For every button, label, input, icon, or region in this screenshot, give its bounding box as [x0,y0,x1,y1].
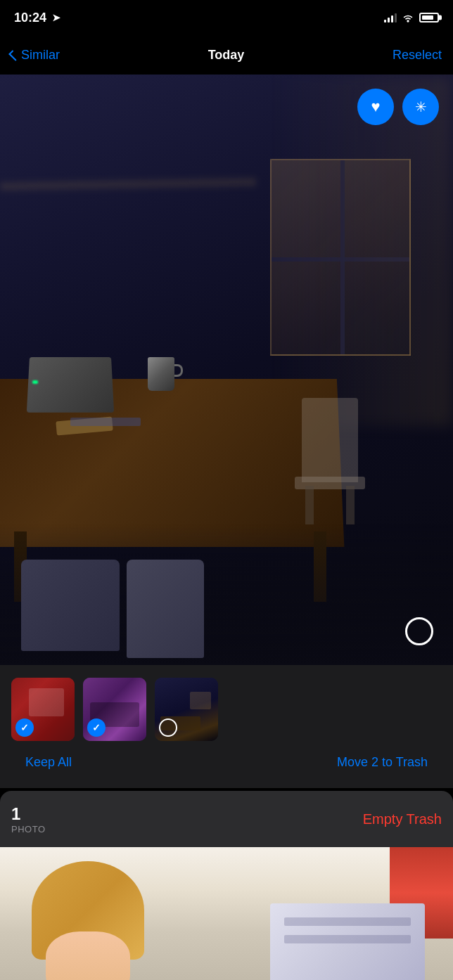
back-button[interactable]: Similar [11,48,60,63]
signal-bar-4 [395,13,397,22]
clothing-stripe-2 [284,935,411,943]
trash-section: 1 PHOTO Empty Trash [0,791,453,847]
green-led [32,380,38,384]
signal-bar-3 [391,15,393,22]
thumbnail-strip: ✓ ✓ Keep All Move 2 to Trash [0,665,453,788]
mug [148,357,174,391]
selection-circle[interactable] [405,617,433,645]
move-to-trash-button[interactable]: Move 2 to Trash [337,755,428,770]
signal-bar-2 [388,18,390,22]
photo-label: PHOTO [11,824,46,834]
bottom-photo-peek [0,847,453,980]
overlay-buttons: ♥ ✳ [357,89,439,125]
laptop [27,357,114,413]
chair-leg-left [305,486,314,524]
location-icon: ➤ [52,12,60,23]
battery-fill [422,15,433,20]
magic-icon: ✳ [415,98,427,115]
signal-bar-1 [384,20,386,22]
back-label: Similar [21,48,60,63]
room-scene [0,75,453,665]
clothing-stripe-1 [284,917,411,926]
keep-all-button[interactable]: Keep All [25,755,72,770]
checkmark-icon-1: ✓ [20,722,29,733]
battery-icon [419,13,439,22]
empty-trash-button[interactable]: Empty Trash [363,811,442,827]
actions-row: Keep All Move 2 to Trash [11,752,442,775]
signal-bars [384,13,397,22]
checkmark-icon-2: ✓ [92,722,101,733]
page-title: Today [208,48,245,63]
status-time: 10:24 ➤ [14,11,60,25]
wall-glow [270,75,453,426]
status-bar: 10:24 ➤ [0,0,453,35]
desk-item-small [70,418,141,426]
thumb-3-window [190,692,211,709]
reselect-button[interactable]: Reselect [393,48,442,63]
magic-edit-button[interactable]: ✳ [402,89,439,125]
thumbnails-row: ✓ ✓ [11,678,442,741]
favorite-button[interactable]: ♥ [357,89,394,125]
thumb-1-check: ✓ [15,718,34,737]
thumb-2-check: ✓ [87,718,106,737]
photo-count: 1 PHOTO [11,804,46,834]
thumb-3-circle [159,718,177,737]
nav-bar: Similar Today Reselect [0,35,453,75]
time-display: 10:24 [14,11,46,25]
clothing [270,903,425,980]
wifi-icon [401,13,415,22]
person-face [46,931,130,980]
person [28,861,148,980]
heart-icon: ♥ [371,98,380,116]
status-icons [384,13,439,22]
chair [291,398,369,524]
bin-right [127,560,204,658]
chair-back [302,398,358,482]
thumb-1-window [29,688,64,716]
main-photo: ♥ ✳ [0,75,453,665]
chair-leg-right [346,486,355,524]
thumbnail-1[interactable]: ✓ [11,678,75,741]
thumbnail-3[interactable] [155,678,218,741]
chevron-left-icon [8,50,20,61]
bin-left [21,560,120,651]
photo-number: 1 [11,804,46,824]
thumbnail-2[interactable]: ✓ [83,678,146,741]
